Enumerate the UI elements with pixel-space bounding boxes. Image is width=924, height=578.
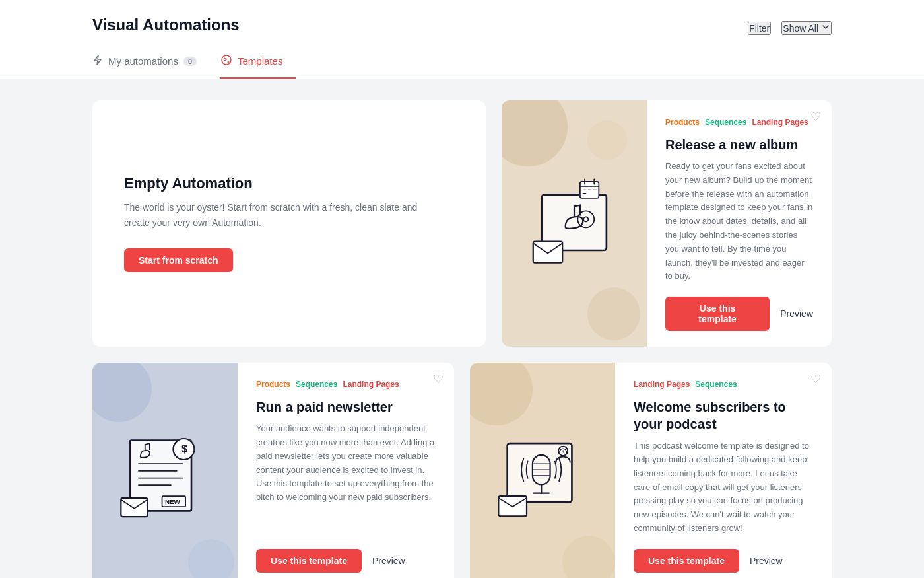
template-image-podcast [470, 363, 615, 578]
svg-point-0 [222, 55, 231, 65]
template-tags-newsletter: Products Sequences Landing Pages [256, 379, 436, 390]
template-content-podcast: Landing Pages Sequences Welcome subscrib… [615, 363, 832, 578]
template-title-newsletter: Run a paid newsletter [256, 398, 436, 415]
lightning-icon [92, 55, 103, 67]
use-template-newsletter-button[interactable]: Use this template [256, 549, 362, 573]
template-title-podcast: Welcome subscribers to your podcast [634, 398, 813, 433]
preview-album-button[interactable]: Preview [780, 308, 813, 319]
empty-automation-desc: The world is your oyster! Start from scr… [124, 200, 441, 230]
template-card-release-album: Products Sequences Landing Pages Release… [502, 100, 832, 347]
row-2: $ NEW Products Sequences Landing Pages R… [92, 363, 832, 578]
template-actions-podcast: Use this template Preview [634, 549, 813, 573]
template-desc-newsletter: Your audience wants to support independe… [256, 422, 436, 536]
template-card-paid-newsletter: $ NEW Products Sequences Landing Pages R… [92, 363, 454, 578]
svg-point-1 [228, 61, 230, 63]
filter-button[interactable]: Filter [748, 22, 771, 35]
favorite-album-button[interactable]: ♡ [810, 111, 821, 123]
tag-sequences-nl: Sequences [296, 379, 337, 390]
preview-newsletter-button[interactable]: Preview [372, 556, 405, 566]
row-1: Empty Automation The world is your oyste… [92, 100, 832, 347]
tag-sequences-pod: Sequences [695, 379, 737, 390]
tabs-nav: My automations 0 Templates [92, 48, 832, 79]
template-card-podcast: Landing Pages Sequences Welcome subscrib… [470, 363, 832, 578]
header: Visual Automations My automations 0 [0, 0, 924, 79]
template-content-newsletter: Products Sequences Landing Pages Run a p… [238, 363, 454, 578]
template-actions-album: Use this template Preview [665, 297, 813, 331]
svg-rect-23 [121, 498, 147, 517]
tag-landing-pages: Landing Pages [752, 116, 808, 128]
preview-podcast-button[interactable]: Preview [750, 556, 783, 566]
empty-automation-title: Empty Automation [124, 175, 454, 192]
tag-sequences: Sequences [705, 116, 746, 128]
tab-templates[interactable]: Templates [220, 48, 296, 79]
tag-products: Products [665, 116, 700, 128]
template-image-album [502, 100, 647, 347]
show-all-label: Show All [783, 23, 818, 34]
template-title-album: Release a new album [665, 136, 813, 153]
template-tags-album: Products Sequences Landing Pages [665, 116, 813, 128]
tab-my-automations-label: My automations [108, 55, 178, 67]
template-image-newsletter: $ NEW [92, 363, 238, 578]
svg-text:NEW: NEW [165, 498, 181, 505]
templates-icon [220, 54, 232, 68]
page-title: Visual Automations [92, 16, 832, 34]
favorite-newsletter-button[interactable]: ♡ [433, 373, 444, 385]
tag-products-nl: Products [256, 379, 290, 390]
favorite-podcast-button[interactable]: ♡ [810, 373, 821, 385]
tab-my-automations[interactable]: My automations 0 [92, 48, 210, 78]
template-actions-newsletter: Use this template Preview [256, 549, 436, 573]
automations-count-badge: 0 [183, 57, 197, 66]
show-all-button[interactable]: Show All [781, 21, 832, 35]
tab-templates-label: Templates [238, 55, 282, 67]
svg-rect-13 [533, 241, 562, 262]
start-from-scratch-button[interactable]: Start from scratch [124, 248, 233, 272]
chevron-down-icon [821, 22, 830, 34]
template-tags-podcast: Landing Pages Sequences [634, 379, 813, 390]
template-desc-album: Ready to get your fans excited about you… [665, 160, 813, 283]
tag-landing-pod: Landing Pages [634, 379, 690, 390]
tag-landing-nl: Landing Pages [343, 379, 399, 390]
template-content-album: Products Sequences Landing Pages Release… [647, 100, 832, 347]
empty-automation-card: Empty Automation The world is your oyste… [92, 100, 486, 347]
use-template-album-button[interactable]: Use this template [665, 297, 770, 331]
use-template-podcast-button[interactable]: Use this template [634, 549, 739, 573]
main-content: Empty Automation The world is your oyste… [0, 79, 924, 578]
template-desc-podcast: This podcast welcome template is designe… [634, 439, 813, 536]
header-actions: Filter Show All [748, 21, 832, 35]
svg-text:$: $ [182, 443, 187, 454]
